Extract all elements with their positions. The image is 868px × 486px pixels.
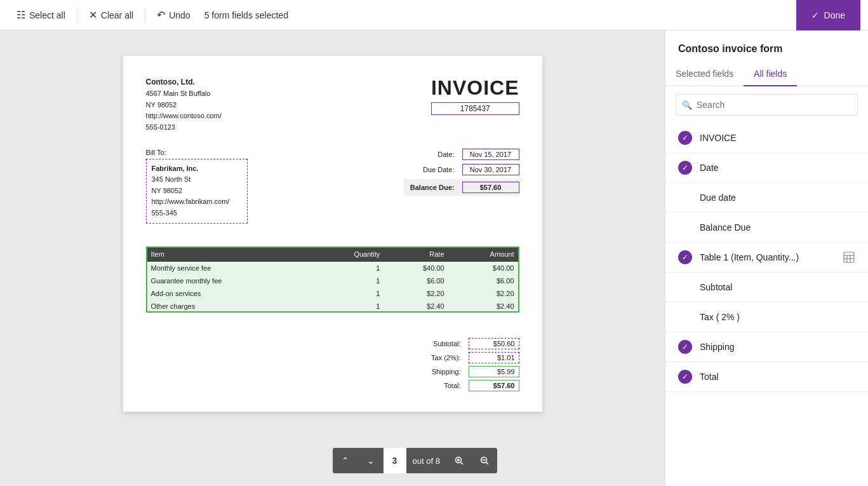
check-circle-icon: ✓	[678, 250, 692, 264]
field-name-label: Subtotal	[700, 282, 855, 292]
date-label: Date:	[404, 151, 455, 158]
shipping-row: Shipping: $5.99	[410, 366, 519, 377]
invoice-header-right: INVOICE 1785437	[431, 76, 519, 115]
select-all-icon: ☷	[17, 9, 25, 21]
done-label: Done	[824, 10, 845, 20]
done-check-icon: ✓	[811, 10, 819, 20]
field-item[interactable]: Subtotal	[665, 273, 868, 302]
select-all-label: Select all	[29, 10, 65, 20]
check-circle-icon: ✓	[678, 161, 692, 175]
field-name-label: Tax ( 2% )	[700, 312, 855, 322]
total-value: $57.60	[469, 380, 519, 391]
balance-due-label: Balance Due:	[404, 184, 455, 191]
field-item[interactable]: Balance Due	[665, 213, 868, 243]
check-circle-icon: ✓	[678, 370, 692, 384]
bill-to-box: Fabrikam, Inc. 345 North St NY 98052 htt…	[146, 159, 248, 224]
divider-2	[145, 8, 145, 23]
check-empty-icon	[678, 280, 692, 294]
tax-value: $1.01	[469, 352, 519, 363]
date-value: Nov 15, 2017	[462, 149, 519, 160]
field-item[interactable]: ✓Shipping	[665, 332, 868, 362]
subtotal-label: Subtotal:	[410, 340, 461, 348]
main-content: Contoso, Ltd. 4567 Main St Buffalo NY 98…	[0, 30, 868, 486]
total-row: Total: $57.60	[410, 380, 519, 391]
field-name-label: Total	[700, 372, 855, 382]
panel-title: Contoso invoice form	[665, 30, 868, 55]
field-name-label: INVOICE	[700, 133, 855, 143]
field-item[interactable]: ✓Date	[665, 153, 868, 183]
col-amount: Amount	[450, 246, 519, 262]
select-all-button[interactable]: ☷ Select all	[8, 0, 74, 30]
table-row: Add-on services1$2.20$2.20	[146, 287, 519, 300]
check-empty-icon	[678, 220, 692, 234]
check-empty-icon	[678, 191, 692, 205]
balance-due-value: $57.60	[462, 182, 519, 193]
table-grid-icon	[843, 251, 855, 264]
table-row: Other charges1$2.40$2.40	[146, 300, 519, 313]
prev-page-button[interactable]: ⌃	[333, 448, 358, 473]
svg-line-10	[486, 462, 488, 465]
svg-line-6	[460, 462, 463, 465]
field-item[interactable]: ✓Table 1 (Item, Quantity...)	[665, 243, 868, 273]
company-address2: NY 98052	[146, 100, 222, 111]
bill-to-website: http://www.fabrikam.com/	[152, 196, 242, 208]
bill-to-address1: 345 North St	[152, 174, 242, 186]
col-item: Item	[146, 246, 312, 262]
field-item[interactable]: ✓Total	[665, 362, 868, 392]
field-item[interactable]: Tax ( 2% )	[665, 302, 868, 332]
field-name-label: Due date	[700, 192, 855, 203]
cursor-space	[146, 323, 519, 338]
zoom-in-button[interactable]	[446, 448, 472, 473]
done-button[interactable]: ✓ Done	[796, 0, 860, 30]
search-icon: 🔍	[682, 100, 692, 110]
subtotal-value: $50.60	[469, 338, 519, 349]
check-circle-icon: ✓	[678, 340, 692, 354]
tax-label: Tax (2%):	[410, 354, 461, 361]
svg-rect-0	[844, 252, 854, 262]
bill-to-label: Bill To:	[146, 149, 248, 156]
document-area[interactable]: Contoso, Ltd. 4567 Main St Buffalo NY 98…	[0, 30, 665, 486]
bill-to-name: Fabrikam, Inc.	[152, 163, 242, 175]
document-page: Contoso, Ltd. 4567 Main St Buffalo NY 98…	[123, 56, 542, 412]
tab-selected-fields[interactable]: Selected fields	[665, 62, 744, 86]
field-name-label: Date	[700, 163, 855, 173]
total-label: Total:	[410, 382, 461, 389]
due-date-value: Nov 30, 2017	[462, 164, 519, 175]
invoice-title: INVOICE	[431, 76, 519, 100]
totals-section: Subtotal: $50.60 Tax (2%): $1.01 Shippin…	[146, 338, 519, 391]
fields-list: ✓INVOICE✓DateDue dateBalance Due✓Table 1…	[665, 123, 868, 486]
undo-button[interactable]: ↶ Undo	[148, 0, 199, 30]
tab-all-fields[interactable]: All fields	[744, 62, 797, 86]
page-of-text: out of 8	[406, 456, 446, 466]
toolbar: ☷ Select all ✕ Clear all ↶ Undo 5 form f…	[0, 0, 868, 30]
bill-to-section: Bill To: Fabrikam, Inc. 345 North St NY …	[146, 149, 248, 224]
pagination: ⌃ ⌄ 3 out of 8	[333, 448, 497, 473]
company-address1: 4567 Main St Buffalo	[146, 88, 222, 100]
field-name-label: Balance Due	[700, 222, 855, 233]
clear-all-icon: ✕	[89, 9, 97, 21]
field-item[interactable]: Due date	[665, 183, 868, 213]
shipping-value: $5.99	[469, 366, 519, 377]
table-row: Guarantee monthly fee1$6.00$6.00	[146, 274, 519, 287]
company-info: Contoso, Ltd. 4567 Main St Buffalo NY 98…	[146, 76, 222, 133]
field-name-label: Shipping	[700, 342, 855, 352]
company-website: http://www.contoso.com/	[146, 111, 222, 122]
clear-all-label: Clear all	[101, 10, 133, 20]
status-text: 5 form fields selected	[204, 10, 288, 20]
invoice-number: 1785437	[431, 102, 519, 115]
field-name-label: Table 1 (Item, Quantity...)	[700, 252, 835, 262]
shipping-label: Shipping:	[410, 368, 461, 375]
check-circle-icon: ✓	[678, 131, 692, 145]
next-page-button[interactable]: ⌄	[358, 448, 384, 473]
panel-tabs: Selected fields All fields	[665, 62, 868, 86]
field-item[interactable]: ✓INVOICE	[665, 123, 868, 153]
bill-to-phone: 555-345	[152, 208, 242, 219]
subtotal-row: Subtotal: $50.60	[410, 338, 519, 349]
clear-all-button[interactable]: ✕ Clear all	[80, 0, 142, 30]
right-panel: Contoso invoice form Selected fields All…	[665, 30, 868, 486]
col-rate: Rate	[385, 246, 449, 262]
zoom-out-button[interactable]	[472, 448, 497, 473]
search-input[interactable]	[676, 94, 858, 116]
current-page: 3	[384, 448, 406, 473]
tax-row: Tax (2%): $1.01	[410, 352, 519, 363]
